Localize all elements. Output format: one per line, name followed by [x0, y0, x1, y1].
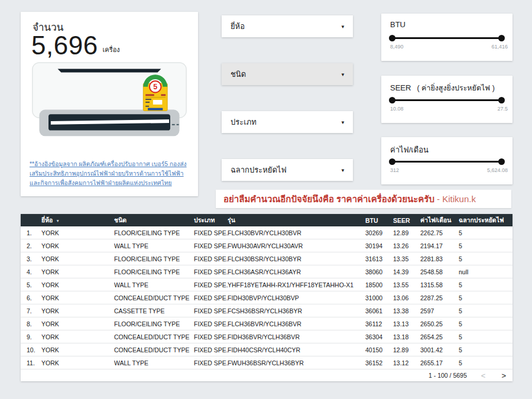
slider-min-handle[interactable]: [389, 35, 395, 41]
cell-brand: YORK: [41, 281, 114, 288]
filter-dropdown-energy-label[interactable]: ฉลากประหยัดไฟ ▼: [222, 159, 353, 181]
table-row[interactable]: 11.YORKWALL TYPEFIXED SPE...FWUH36BSR/YC…: [21, 356, 512, 369]
chevron-right-icon[interactable]: >: [501, 371, 506, 380]
cell-num: 10.: [21, 346, 41, 353]
sort-desc-icon: ▼: [56, 219, 59, 223]
slider-title: ค่าไฟ/เดือน: [390, 145, 429, 154]
cell-cost: 2262.75: [420, 229, 459, 236]
cell-type: FLOOR/CEILING TYPE: [114, 268, 194, 275]
cell-num: 7.: [21, 307, 41, 314]
header-brand[interactable]: ยี่ห้อ▼: [41, 215, 114, 225]
cell-model: FLCH30BVR/YCLH30BVR: [228, 229, 365, 236]
cell-model: FWUH30AVR/YCLH30AVR: [228, 242, 365, 249]
cell-brand: YORK: [41, 307, 114, 314]
cell-seer: 14.39: [393, 268, 420, 275]
cell-type: WALL TYPE: [114, 242, 194, 249]
slider-title: BTU: [390, 20, 406, 29]
header-btu[interactable]: BTU: [365, 217, 393, 224]
cell-label: 5: [459, 359, 512, 366]
table-row[interactable]: 8.YORKFLOOR/CEILING TYPEFIXED SPE...FLCH…: [21, 317, 512, 330]
table-row[interactable]: 7.YORKCASSETTE TYPEFIXED SPE...FCSH36BSR…: [21, 304, 512, 317]
cell-brand: YORK: [41, 242, 114, 249]
table-row[interactable]: 5.YORKWALL TYPEFIXED SPE...YHFF18YETAHH-…: [21, 278, 512, 291]
cell-brand: YORK: [41, 333, 114, 340]
slider-min-value: 312: [390, 167, 399, 173]
cell-brand: YORK: [41, 229, 114, 236]
cell-category: FIXED SPE...: [194, 333, 228, 340]
cell-cost: 2281.83: [420, 255, 459, 262]
cell-num: 5.: [21, 281, 41, 288]
cell-brand: YORK: [41, 346, 114, 353]
slider-card-electricity-cost: ค่าไฟ/เดือน 312 5,624.08: [381, 137, 512, 184]
cell-model: FLCH36BVR/YCLH36BVR: [228, 320, 365, 327]
filter-label: ชนิด: [231, 63, 246, 85]
cell-category: FIXED SPE...: [194, 255, 228, 262]
table-row[interactable]: 1.YORKFLOOR/CEILING TYPEFIXED SPE...FLCH…: [21, 226, 512, 239]
table-row[interactable]: 10.YORKCONCEALED/DUCT TYPEFIXED SPE...FI…: [21, 343, 512, 356]
cell-label: null: [459, 268, 512, 275]
cell-brand: YORK: [41, 294, 114, 301]
cell-category: FIXED SPE...: [194, 346, 228, 353]
slider-min-handle[interactable]: [389, 158, 395, 165]
slider-min-value: 10.08: [390, 106, 404, 112]
cell-cost: 2194.17: [420, 242, 459, 249]
cell-label: 5: [459, 333, 512, 340]
slider-max-handle[interactable]: [498, 97, 505, 103]
slider-track: [390, 35, 504, 41]
slider-max-handle[interactable]: [498, 35, 505, 41]
cell-label: 5: [459, 242, 512, 249]
header-label[interactable]: ฉลากประหยัดไฟ: [459, 215, 512, 225]
slider-card-seer: SEER( ค่ายิ่งสูงยิ่งประหยัดไฟ ) 10.08 27…: [381, 76, 512, 123]
filter-dropdown-type[interactable]: ชนิด ▼: [222, 63, 353, 85]
cell-num: 1.: [21, 229, 41, 236]
cell-model: FLCH36ASR/YCLH36AYR: [228, 268, 365, 275]
filter-dropdown-brand[interactable]: ยี่ห้อ ▼: [222, 15, 353, 37]
filter-label: ประเภท: [231, 111, 257, 133]
cell-type: CASSETTE TYPE: [114, 307, 194, 314]
caret-down-icon: ▼: [340, 24, 345, 29]
cell-type: CONCEALED/DUCT TYPE: [114, 333, 194, 340]
cell-num: 6.: [21, 294, 41, 301]
cell-seer: 12.89: [393, 346, 420, 353]
caret-down-icon: ▼: [340, 167, 345, 173]
header-seer[interactable]: SEER: [393, 217, 420, 224]
filter-dropdown-category[interactable]: ประเภท ▼: [222, 111, 353, 133]
table-row[interactable]: 6.YORKCONCEALED/DUCT TYPEFIXED SPE...FID…: [21, 291, 512, 304]
cell-btu: 36152: [365, 359, 393, 366]
slider-track: [390, 158, 504, 165]
pagination: 1 - 100 / 5695 < >: [21, 369, 512, 381]
table-row[interactable]: 2.YORKWALL TYPEFIXED SPE...FWUH30AVR/YCL…: [21, 239, 512, 252]
cell-btu: 30269: [365, 229, 393, 236]
header-cost[interactable]: ค่าไฟ/เดือน: [420, 215, 459, 225]
cell-num: 2.: [21, 242, 41, 249]
count-unit: เครื่อง: [103, 44, 120, 55]
header-type[interactable]: ชนิด: [114, 215, 194, 225]
cell-brand: YORK: [41, 255, 114, 262]
table-row[interactable]: 3.YORKFLOOR/CEILING TYPEFIXED SPE...FLCH…: [21, 252, 512, 265]
cell-num: 11.: [21, 359, 41, 366]
cell-num: 8.: [21, 320, 41, 327]
slider-max-value: 27.5: [497, 106, 508, 112]
slider-min-handle[interactable]: [389, 97, 395, 103]
notice-banner: อย่าลืมคำนวณอีกปัจจัยนึงคือ ราคาค่าเครื่…: [216, 190, 511, 208]
table-row[interactable]: 9.YORKCONCEALED/DUCT TYPEFIXED SPE...FID…: [21, 330, 512, 343]
cell-num: 3.: [21, 255, 41, 262]
cell-seer: 12.89: [393, 229, 420, 236]
header-category[interactable]: ประเภท: [194, 215, 228, 225]
chevron-left-icon[interactable]: <: [481, 371, 486, 380]
cell-category: FIXED SPE...: [194, 229, 228, 236]
cell-label: 5: [459, 346, 512, 353]
table-header: ยี่ห้อ▼ ชนิด ประเภท รุ่น BTU SEER ค่าไฟ/…: [21, 214, 512, 226]
cell-cost: 2655.17: [420, 359, 459, 366]
cell-btu: 31000: [365, 294, 393, 301]
table-row[interactable]: 4.YORKFLOOR/CEILING TYPEFIXED SPE...FLCH…: [21, 265, 512, 278]
filter-label: ยี่ห้อ: [231, 15, 245, 37]
cell-label: 5: [459, 307, 512, 314]
source-reference-link[interactable]: **อ้างอิงข้อมูลจาก ผลิตภัณฑ์เครื่องปรับอ…: [30, 160, 190, 188]
cell-brand: YORK: [41, 359, 114, 366]
cell-cost: 1315.58: [420, 281, 459, 288]
cell-seer: 13.35: [393, 255, 420, 262]
caret-down-icon: ▼: [340, 119, 345, 125]
header-model[interactable]: รุ่น: [228, 215, 365, 225]
slider-max-handle[interactable]: [498, 158, 505, 165]
